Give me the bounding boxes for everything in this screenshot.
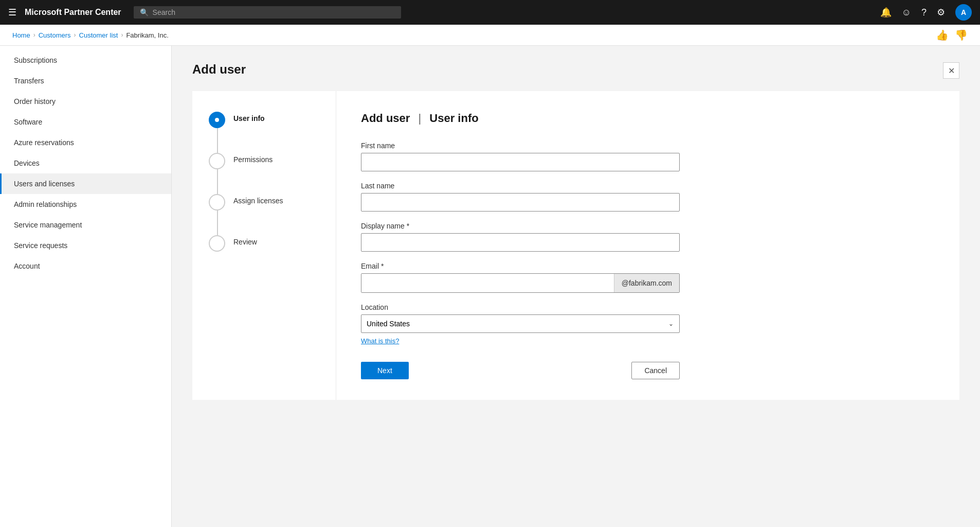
- breadcrumb-customer-list[interactable]: Customer list: [79, 31, 118, 39]
- wizard-connector-3: [217, 210, 218, 235]
- thumbsdown-icon[interactable]: 👎: [955, 29, 968, 41]
- wizard-step-circle-user-info: [209, 112, 225, 128]
- wizard-step-permissions: Permissions: [209, 153, 319, 169]
- breadcrumb-actions: 👍 👎: [936, 29, 968, 41]
- last-name-input[interactable]: [361, 193, 680, 212]
- email-domain: @fabrikam.com: [614, 274, 679, 292]
- wizard-step-review: Review: [209, 235, 319, 252]
- wizard-step-circle-assign-licenses: [209, 194, 225, 210]
- wizard-step-label-review: Review: [233, 235, 257, 246]
- wizard-steps: User info Permissions Assign licenses: [192, 91, 336, 400]
- display-name-label: Display name *: [361, 222, 935, 230]
- cancel-button[interactable]: Cancel: [631, 362, 680, 379]
- wizard-connector-2: [217, 169, 218, 194]
- search-bar[interactable]: 🔍 Search: [134, 6, 401, 19]
- wizard-step-circle-permissions: [209, 153, 225, 169]
- thumbsup-icon[interactable]: 👍: [936, 29, 949, 41]
- breadcrumb-sep-2: ›: [74, 31, 76, 39]
- location-label: Location: [361, 303, 935, 311]
- sidebar: Subscriptions Transfers Order history So…: [0, 46, 172, 527]
- breadcrumb-sep-1: ›: [33, 31, 35, 39]
- top-navigation: ☰ Microsoft Partner Center 🔍 Search 🔔 ☺ …: [0, 0, 980, 25]
- notifications-icon[interactable]: 🔔: [880, 7, 892, 18]
- feedback-icon[interactable]: ☺: [902, 7, 911, 18]
- avatar[interactable]: A: [955, 4, 972, 21]
- next-button[interactable]: Next: [361, 362, 409, 379]
- breadcrumb-customers[interactable]: Customers: [39, 31, 71, 39]
- sidebar-item-subscriptions[interactable]: Subscriptions: [0, 50, 171, 71]
- wizard-step-assign-licenses: Assign licenses: [209, 194, 319, 210]
- sidebar-item-order-history[interactable]: Order history: [0, 91, 171, 112]
- form-title: Add user | User info: [361, 112, 935, 125]
- location-select-wrapper: United States United Kingdom Canada Germ…: [361, 314, 680, 333]
- form-buttons: Next Cancel: [361, 362, 680, 379]
- sidebar-item-transfers[interactable]: Transfers: [0, 71, 171, 91]
- page-title: Add user: [192, 62, 959, 77]
- email-input-wrapper: @fabrikam.com: [361, 273, 680, 293]
- first-name-field: First name: [361, 142, 935, 171]
- last-name-field: Last name: [361, 182, 935, 212]
- svg-point-0: [215, 118, 219, 122]
- help-icon[interactable]: ?: [921, 7, 927, 18]
- wizard-step-label-assign-licenses: Assign licenses: [233, 194, 283, 205]
- wizard-step-label-permissions: Permissions: [233, 153, 273, 164]
- sidebar-item-service-management[interactable]: Service management: [0, 215, 171, 235]
- wizard-connector-1: [217, 128, 218, 153]
- breadcrumb: Home › Customers › Customer list › Fabri…: [12, 31, 169, 39]
- main-content: Add user ✕ User info Permissions: [172, 46, 980, 527]
- wizard-form-layout: User info Permissions Assign licenses: [192, 91, 959, 400]
- location-field: Location United States United Kingdom Ca…: [361, 303, 935, 345]
- sidebar-item-service-requests[interactable]: Service requests: [0, 235, 171, 256]
- what-is-this-link[interactable]: What is this?: [361, 337, 399, 345]
- sidebar-item-account[interactable]: Account: [0, 256, 171, 276]
- breadcrumb-sep-3: ›: [121, 31, 123, 39]
- search-icon: 🔍: [140, 8, 149, 16]
- breadcrumb-bar: Home › Customers › Customer list › Fabri…: [0, 25, 980, 46]
- display-name-input[interactable]: [361, 233, 680, 252]
- sidebar-item-azure-reservations[interactable]: Azure reservations: [0, 132, 171, 153]
- sidebar-item-software[interactable]: Software: [0, 112, 171, 132]
- email-input[interactable]: [361, 274, 614, 292]
- email-label: Email *: [361, 262, 935, 270]
- sidebar-item-users-and-licenses[interactable]: Users and licenses: [0, 173, 171, 194]
- sidebar-item-admin-relationships[interactable]: Admin relationships: [0, 194, 171, 215]
- wizard-step-label-user-info: User info: [233, 112, 265, 122]
- hamburger-menu-icon[interactable]: ☰: [8, 7, 16, 18]
- breadcrumb-home[interactable]: Home: [12, 31, 30, 39]
- main-layout: Subscriptions Transfers Order history So…: [0, 46, 980, 527]
- display-name-field: Display name *: [361, 222, 935, 252]
- breadcrumb-current: Fabrikam, Inc.: [126, 31, 168, 39]
- settings-icon[interactable]: ⚙: [937, 7, 945, 18]
- last-name-label: Last name: [361, 182, 935, 190]
- search-placeholder: Search: [153, 8, 175, 16]
- topnav-icons: 🔔 ☺ ? ⚙ A: [880, 4, 972, 21]
- app-title: Microsoft Partner Center: [25, 8, 121, 17]
- close-button[interactable]: ✕: [943, 62, 959, 79]
- sidebar-item-devices[interactable]: Devices: [0, 153, 171, 173]
- first-name-label: First name: [361, 142, 935, 150]
- first-name-input[interactable]: [361, 153, 680, 171]
- form-area: Add user | User info First name Last nam…: [336, 91, 959, 400]
- wizard-step-user-info: User info: [209, 112, 319, 128]
- wizard-step-circle-review: [209, 235, 225, 252]
- email-field: Email * @fabrikam.com: [361, 262, 935, 293]
- location-select[interactable]: United States United Kingdom Canada Germ…: [361, 314, 680, 333]
